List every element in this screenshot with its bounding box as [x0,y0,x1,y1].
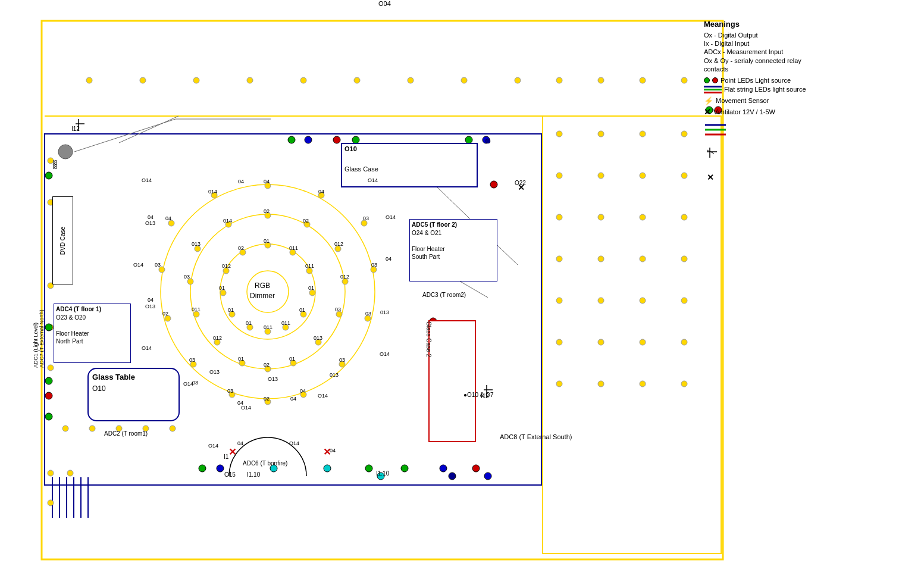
svg-point-128 [440,465,447,472]
svg-text:✕: ✕ [228,447,236,457]
mid-11: 011 [192,306,201,312]
svg-point-143 [484,473,491,480]
adc1-adc7-label: ADC1 (Light Level)ADC7 (T External North… [33,309,45,368]
legend-oxoy: Ox & Oy - serialy connected relay contac… [704,57,811,74]
adc4-label: ADC4 (T floor 1) [56,306,129,312]
svg-point-74 [556,77,562,83]
svg-point-120 [486,139,490,143]
o4-left: 04 [148,297,154,303]
svg-point-131 [449,473,456,480]
svg-point-112 [45,324,52,331]
svg-point-70 [354,77,360,83]
svg-point-89 [681,214,687,220]
i12-top-left: I12 [71,126,80,132]
circ-13: 04 [165,215,171,221]
svg-point-65 [86,77,92,83]
svg-point-119 [483,136,490,143]
o14-9: O14 [368,177,378,183]
o4-bot-left2: 03 [192,380,198,386]
legend-point-led: Point LEDs Light source [704,77,924,84]
svg-point-86 [556,214,562,220]
adc3-label: ADC3 (T room2) [422,292,466,298]
svg-point-109 [48,324,54,330]
svg-point-81 [681,131,687,137]
o14-6: O14 [318,393,328,399]
circ-05: 03 [365,311,371,317]
mid-12: 03 [184,274,190,280]
adc6-label: ADC6 (T bonfire) [243,460,287,467]
o13-1: O13 [145,220,155,226]
svg-point-132 [45,377,52,384]
legend-adcx: ADCx - Measurement Input [704,48,924,55]
legend-panel: Meanings Ox - Digital Output Ix - Digita… [704,20,924,118]
o13-6: 013 [380,309,389,315]
adc5-desc: Floor HeaterSouth Part [412,245,495,261]
legend-title: Meanings [704,20,924,29]
svg-point-97 [681,298,687,304]
svg-point-100 [640,339,646,345]
svg-point-78 [556,131,562,137]
adc5-label: ADC5 (T floor 2) [412,221,495,228]
svg-point-127 [401,465,408,472]
svg-point-77 [681,77,687,83]
o4-top-left: 04 [148,214,154,220]
svg-point-79 [598,131,604,137]
svg-point-139 [170,426,176,431]
circ-10: 03 [189,357,195,363]
circ-03: 03 [363,215,369,221]
svg-point-85 [681,173,687,179]
svg-point-104 [640,381,646,387]
svg-point-122 [199,465,206,472]
o4-bot3: 04 [330,448,336,453]
svg-point-141 [48,500,54,506]
svg-point-71 [408,77,414,83]
inn-01: 01 [264,238,270,244]
svg-point-98 [556,339,562,345]
mid-04: 012 [340,274,349,280]
svg-point-129 [472,465,480,472]
svg-line-155 [707,150,714,154]
glass-case-label: Glass Case [342,165,477,173]
svg-point-101 [681,339,687,345]
mid-01: 02 [264,208,270,214]
svg-point-115 [305,136,312,143]
circ-02: 04 [318,189,324,195]
mid-08: 02 [264,362,270,368]
rgb-dimmer-label: RGBDimmer [250,281,275,301]
o14-bot: O14 [208,443,218,449]
svg-point-114 [288,136,295,143]
svg-point-110 [48,365,54,371]
svg-point-105 [681,381,687,387]
svg-point-92 [640,256,646,262]
circ-12: 03 [155,262,161,268]
adc5-sub: O24 & O21 [412,230,495,236]
inn-03: 011 [305,263,314,269]
svg-line-169 [119,116,178,143]
adc2-label: ADC2 (T room1) [104,430,148,437]
svg-point-87 [598,214,604,220]
svg-point-94 [556,298,562,304]
svg-point-67 [193,77,199,83]
o4-bottom2: 04 [237,440,243,446]
o22-right-border: O22 [515,180,526,186]
adc8-label: ADC8 (T External South) [500,433,572,440]
svg-point-102 [556,381,562,387]
o14-1: O14 [142,177,152,183]
svg-point-140 [48,470,54,476]
o13-5: 013 [330,372,339,378]
inn-11: 012 [222,263,231,269]
mid-09: 01 [238,356,244,362]
svg-point-66 [140,77,146,83]
o15-area: O15 [224,471,236,478]
circ-07: 04 [300,388,306,394]
o4-bottom: 04 [290,396,296,402]
inn-06: 011 [281,320,290,326]
legend-movement: ⚡ Movement Sensor [704,96,924,105]
glass-case-2-box [428,320,476,442]
o4-bot-left: 04 [237,400,243,406]
o14-7: O14 [380,351,390,357]
svg-point-126 [365,465,372,472]
svg-point-142 [67,470,73,476]
svg-point-75 [598,77,604,83]
circ-11: 02 [162,311,168,317]
